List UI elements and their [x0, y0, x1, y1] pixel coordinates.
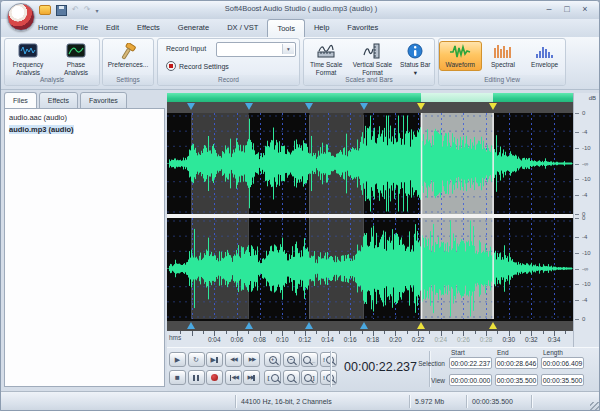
minimize-button[interactable]: – [541, 3, 557, 16]
db-label: 0 [582, 215, 585, 221]
audio-format-status: 44100 Hz, 16-bit, 2 Channels [241, 398, 332, 405]
resize-grip[interactable] [590, 402, 599, 411]
magnifier-icon [287, 374, 295, 382]
selection-header-end: End [497, 349, 509, 357]
ruler-tick [407, 331, 408, 334]
zoom-vertical-out-button[interactable] [283, 370, 300, 385]
marker-handle-top[interactable] [305, 103, 313, 110]
app-logo[interactable] [7, 3, 35, 31]
db-tick [575, 284, 579, 285]
menu-tab-help[interactable]: Help [305, 19, 338, 37]
ruler-tick [452, 331, 453, 334]
file-list-item[interactable]: audio.aac (audio) [5, 111, 164, 123]
db-label: -10 [582, 176, 591, 182]
panel-divider [330, 351, 331, 387]
ruler-tick [192, 331, 193, 336]
selection-length-field[interactable]: 00:00:06.409 [541, 357, 584, 369]
marker-handle-top[interactable] [360, 103, 368, 110]
ruler-tick [203, 331, 204, 334]
frequency-analysis-button[interactable]: Frequency Analysis [5, 41, 51, 79]
go-to-end-button[interactable]: ▶▶ [243, 370, 260, 385]
menu-tab-favorites[interactable]: Favorites [338, 19, 387, 37]
zoom-in-button[interactable]: + [264, 352, 281, 367]
waveform-view-button[interactable]: Waveform [439, 41, 482, 71]
stop-button[interactable]: ■ [169, 370, 186, 385]
db-tick [575, 113, 579, 114]
panel-tab-files[interactable]: Files [4, 92, 37, 109]
view-end-field[interactable]: 00:00:35.500 [495, 374, 538, 386]
db-label: -4 [582, 234, 587, 240]
menu-tab-file[interactable]: File [67, 19, 97, 37]
play-button[interactable]: ▶ [169, 352, 186, 367]
save-icon[interactable] [56, 5, 67, 16]
waveform-display[interactable] [167, 113, 573, 319]
db-scale: dB 0-4-10-∞-10-400-4-10-∞-10-40 [573, 93, 600, 347]
ruler-tick [339, 331, 340, 334]
marker-handle-bottom[interactable] [245, 322, 253, 329]
ruler-tick [362, 331, 363, 334]
marker-handle-bottom[interactable] [360, 322, 368, 329]
view-start-field[interactable]: 00:00:00.000 [449, 374, 492, 386]
db-tick [575, 300, 579, 301]
ruler-tick [180, 331, 181, 334]
go-to-start-button[interactable]: ◀◀ [225, 370, 242, 385]
marker-handle-bottom[interactable] [187, 322, 195, 329]
menu-tab-dx-vst[interactable]: DX / VST [218, 19, 267, 37]
undo-icon[interactable]: ↶ [72, 5, 79, 15]
db-tick [575, 319, 579, 320]
time-ruler[interactable]: hms 0:040:060:080:100:120:140:160:180:20… [167, 331, 573, 348]
selection-handle-bottom[interactable] [417, 322, 425, 329]
envelope-view-button[interactable]: Envelope [524, 41, 565, 71]
menu-bar: HomeFileEditEffectsGenerateDX / VSTTools… [1, 19, 600, 37]
hammer-icon [106, 43, 150, 60]
db-label: -∞ [582, 266, 588, 272]
qat-dropdown-icon[interactable]: ▾ [95, 7, 98, 14]
marker-handle-top[interactable] [187, 103, 195, 110]
menu-tab-home[interactable]: Home [29, 19, 67, 37]
zoom-out-button[interactable]: − [283, 352, 300, 367]
menu-tab-tools[interactable]: Tools [267, 19, 305, 37]
db-tick [575, 195, 579, 196]
zoom-fit-height-button[interactable]: ] [301, 370, 318, 385]
spectral-view-button[interactable]: Spectral [484, 41, 523, 71]
maximize-button[interactable]: □ [559, 3, 575, 16]
preferences-button[interactable]: Preferences... [105, 41, 151, 71]
selection-header-start: Start [451, 349, 465, 357]
selection-end-field[interactable]: 00:00:28.646 [495, 357, 538, 369]
pause-button[interactable] [188, 370, 205, 385]
record-input-combobox[interactable]: ▾ [216, 42, 296, 57]
panel-tab-favorites[interactable]: Favorites [80, 92, 127, 109]
fast-forward-button[interactable]: ▶▶ [243, 352, 260, 367]
marker-handle-top[interactable] [245, 103, 253, 110]
file-list[interactable]: audio.aac (audio)audio.mp3 (audio) [4, 108, 165, 387]
play-to-end-button[interactable]: ▶ [206, 352, 223, 367]
group-label-scales-bars: Scales and Bars [304, 75, 434, 85]
zoom-selection-button[interactable]: [ [264, 370, 281, 385]
phase-analysis-icon [54, 43, 98, 60]
menu-tab-effects[interactable]: Effects [128, 19, 169, 37]
menu-tab-generate[interactable]: Generate [169, 19, 218, 37]
redo-icon[interactable]: ↷ [84, 5, 91, 15]
close-button[interactable]: × [577, 3, 593, 16]
combo-dropdown-icon[interactable]: ▾ [282, 44, 294, 54]
record-settings-button[interactable]: Record Settings [166, 61, 229, 71]
zoom-fit-width-button[interactable]: _ [301, 352, 318, 367]
selection-handle-top[interactable] [489, 103, 497, 110]
view-length-field[interactable]: 00:00:35.500 [541, 374, 584, 386]
zoom-row-1: +−_! [264, 352, 337, 368]
selection-handle-bottom[interactable] [489, 322, 497, 329]
loop-playback-button[interactable]: ↻ [188, 352, 205, 367]
phase-analysis-button[interactable]: Phase Analysis [53, 41, 99, 79]
panel-tab-effects[interactable]: Effects [39, 92, 78, 109]
record-button[interactable] [206, 370, 223, 385]
marker-handle-bottom[interactable] [305, 322, 313, 329]
selection-start-field[interactable]: 00:00:22.237 [449, 357, 492, 369]
feedback-icon[interactable] [39, 5, 51, 15]
selection-handle-top[interactable] [417, 103, 425, 110]
rewind-button[interactable]: ◀◀ [225, 352, 242, 367]
file-list-item[interactable]: audio.mp3 (audio) [5, 123, 164, 135]
status-bar-button[interactable]: Status Bar▾ [397, 41, 434, 79]
menu-tab-edit[interactable]: Edit [97, 19, 128, 37]
position-bar[interactable] [167, 93, 573, 102]
group-label-record: Record [158, 75, 299, 85]
